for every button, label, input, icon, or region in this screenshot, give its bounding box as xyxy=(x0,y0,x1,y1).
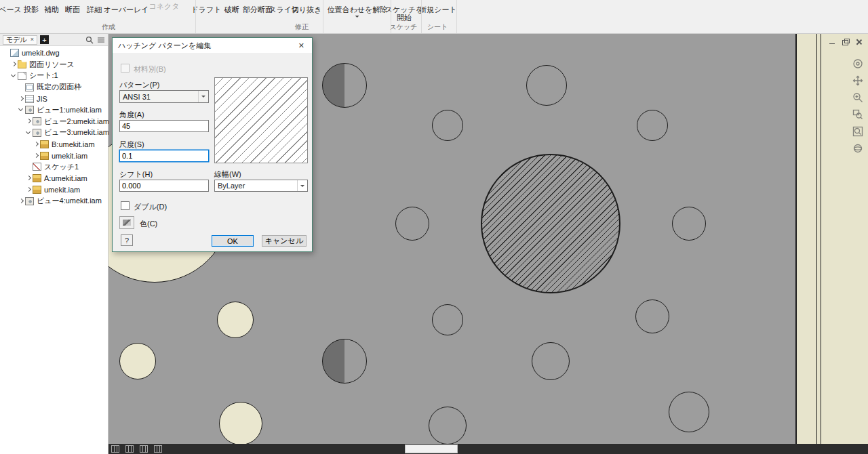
ribbon-button-base[interactable]: ベース xyxy=(0,5,22,14)
cream-circle[interactable] xyxy=(219,402,262,444)
asm-icon xyxy=(40,140,49,148)
tree-item[interactable]: ビュー4:umekit.iam xyxy=(0,195,108,207)
collapsed-arrow-icon[interactable] xyxy=(25,118,32,125)
plain-circle[interactable] xyxy=(669,392,709,432)
minimize-icon[interactable] xyxy=(829,39,835,45)
tile-view-icon[interactable] xyxy=(154,445,162,453)
ribbon-button-crop[interactable]: 切り抜き xyxy=(292,5,322,14)
ribbon-button-detail[interactable]: 詳細 xyxy=(87,5,102,14)
lineweight-dropdown[interactable]: ByLayer xyxy=(214,180,308,192)
tree-item[interactable]: スケッチ1 xyxy=(0,161,108,173)
double-checkbox[interactable] xyxy=(121,201,130,210)
ribbon-button-break[interactable]: 破断 xyxy=(224,5,239,14)
layout-view-icon[interactable] xyxy=(140,445,148,453)
plain-circle[interactable] xyxy=(637,110,668,141)
add-tab-button[interactable]: + xyxy=(40,35,49,44)
collapsed-arrow-icon[interactable] xyxy=(25,175,32,182)
tree-item[interactable]: umekit.dwg xyxy=(0,47,108,59)
collapsed-arrow-icon[interactable] xyxy=(10,61,17,68)
zoom-icon[interactable] xyxy=(852,91,864,104)
ribbon-button-section[interactable]: 断面 xyxy=(65,5,80,14)
half-circle[interactable] xyxy=(322,339,367,384)
tree-item[interactable]: A:umekit.iam xyxy=(0,173,108,184)
dialog-title-bar[interactable]: ハッチング パターンを編集 ✕ xyxy=(113,38,312,53)
dialog-close-icon[interactable]: ✕ xyxy=(296,41,307,50)
menu-icon[interactable] xyxy=(96,35,105,44)
drawing-canvas[interactable]: ハッチング パターンを編集 ✕ 材料別(B) パターン(P) ANSI 31 角… xyxy=(108,34,868,444)
tree-item[interactable]: ビュー2:umekit.iam xyxy=(0,116,108,127)
plain-circle[interactable] xyxy=(532,342,570,380)
tree-item-label: JIS xyxy=(37,95,47,103)
tree-item[interactable]: 既定の図面枠 xyxy=(0,81,108,93)
tab-model[interactable]: モデル × xyxy=(3,35,37,45)
hatched-circle[interactable] xyxy=(481,154,620,293)
sheet-view-icon[interactable] xyxy=(111,445,119,453)
help-button[interactable]: ? xyxy=(121,234,133,246)
ribbon-button-projected[interactable]: 投影 xyxy=(24,5,39,14)
expanded-arrow-icon[interactable] xyxy=(18,106,24,113)
ribbon-group-label: スケッチ xyxy=(390,22,418,32)
grid-view-icon[interactable] xyxy=(125,445,134,453)
angle-input[interactable] xyxy=(119,120,209,132)
shift-input[interactable] xyxy=(119,180,209,192)
ribbon-button-new-sheet[interactable]: 新規シート xyxy=(419,5,457,14)
search-icon[interactable] xyxy=(85,35,94,44)
zoom-window-icon[interactable] xyxy=(852,108,864,121)
double-label: ダブル(D) xyxy=(134,202,167,212)
tree-item[interactable]: JIS xyxy=(0,93,108,104)
ribbon-button-unalign[interactable]: 位置合わせを解除 xyxy=(328,5,388,20)
chevron-down-icon[interactable] xyxy=(297,180,307,191)
plain-circle[interactable] xyxy=(432,110,463,141)
restore-icon[interactable] xyxy=(842,39,849,45)
collapsed-arrow-icon[interactable] xyxy=(33,152,39,159)
expanded-arrow-icon[interactable] xyxy=(10,73,17,79)
half-circle[interactable] xyxy=(322,63,367,108)
pan-icon[interactable] xyxy=(852,75,864,87)
statusbar-highlight[interactable] xyxy=(405,445,458,453)
color-swatch-button[interactable] xyxy=(119,216,134,229)
plain-circle[interactable] xyxy=(395,207,429,241)
ribbon-button-connector[interactable]: コネクタ xyxy=(149,2,179,10)
plain-circle[interactable] xyxy=(635,300,669,333)
tree-item[interactable]: umekit.iam xyxy=(0,150,108,161)
part-edge-line xyxy=(821,34,821,444)
ribbon-button-break-out[interactable]: 部分断面 xyxy=(243,5,273,14)
tree-item-label: ビュー3:umekit.iam xyxy=(44,127,109,138)
ribbon-button-auxiliary[interactable]: 補助 xyxy=(44,5,59,14)
close-window-icon[interactable] xyxy=(856,39,863,45)
color-label: 色(C) xyxy=(140,219,157,229)
plain-circle[interactable] xyxy=(672,207,706,241)
zoom-all-icon[interactable] xyxy=(852,125,864,138)
tree-item[interactable]: B:umekit.iam xyxy=(0,138,108,150)
tab-close-icon[interactable]: × xyxy=(31,37,34,43)
plain-circle[interactable] xyxy=(432,304,463,335)
cream-circle[interactable] xyxy=(119,343,156,379)
ribbon-button-overlay[interactable]: オーバーレイ xyxy=(103,5,149,14)
by-material-checkbox[interactable] xyxy=(121,64,130,73)
tree-item[interactable]: ビュー1:umekit.iam xyxy=(0,104,108,116)
jis-icon xyxy=(25,95,34,103)
navigation-wheel-icon[interactable] xyxy=(852,58,864,70)
tree-item[interactable]: ビュー3:umekit.iam xyxy=(0,127,108,139)
chevron-down-icon[interactable] xyxy=(198,91,208,102)
collapsed-arrow-icon[interactable] xyxy=(18,198,24,205)
ribbon: ベース投影補助断面詳細オーバーレイコネクタドラフト破断部分断面スライス切り抜き位… xyxy=(0,0,868,34)
expanded-arrow-icon[interactable] xyxy=(25,129,32,136)
tree-item[interactable]: シート:1 xyxy=(0,70,108,82)
tree-item[interactable]: umekit.iam xyxy=(0,184,108,196)
plain-circle[interactable] xyxy=(526,65,567,106)
ribbon-button-label: コネクタ xyxy=(149,2,179,10)
cream-circle[interactable] xyxy=(217,302,254,338)
ribbon-button-label: 新規シート xyxy=(419,5,457,14)
collapsed-arrow-icon[interactable] xyxy=(25,186,32,193)
collapsed-arrow-icon[interactable] xyxy=(33,141,39,148)
pattern-dropdown[interactable]: ANSI 31 xyxy=(119,90,209,103)
ok-button[interactable]: OK xyxy=(212,235,254,247)
cancel-button[interactable]: キャンセル xyxy=(262,235,307,247)
ribbon-group-label: 作成 xyxy=(102,22,115,32)
scale-input[interactable] xyxy=(119,150,209,162)
plain-circle[interactable] xyxy=(429,407,467,444)
collapsed-arrow-icon[interactable] xyxy=(18,96,24,102)
tree-item[interactable]: 図面リソース xyxy=(0,59,108,70)
orbit-icon[interactable] xyxy=(852,142,864,154)
